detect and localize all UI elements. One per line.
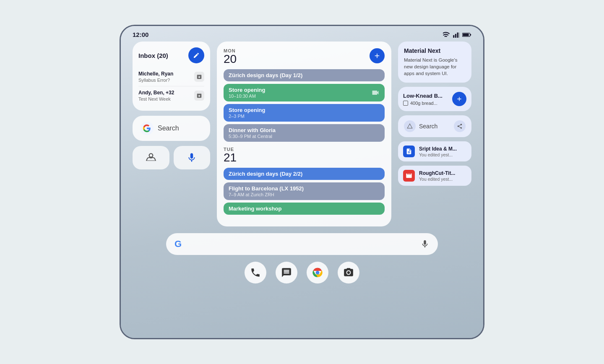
messages-icon <box>281 267 292 278</box>
cal-event-time-store-1: 10–10:30 AM <box>229 94 265 99</box>
doc-item-0[interactable]: Sript Idea & M... You edited yest... <box>398 141 471 161</box>
search-icon-right <box>404 120 416 132</box>
cal-tue-header: TUE 21 <box>224 147 385 164</box>
svg-rect-1 <box>455 34 456 37</box>
cal-mon-header: MON 20 <box>224 48 385 65</box>
dock-phone-button[interactable] <box>245 262 266 283</box>
search-widget-left[interactable]: Search <box>133 116 210 141</box>
mic-button[interactable] <box>174 146 211 169</box>
svg-rect-0 <box>453 35 454 37</box>
cal-event-zurich-1[interactable]: Zürich design days (Day 1/2) <box>224 69 385 81</box>
battery-icon <box>462 32 471 38</box>
device-frame: 12:00 <box>120 25 484 339</box>
mic-bottom-icon[interactable] <box>420 239 430 249</box>
cal-event-time-flight: 7–9 AM at Zurich ZRH <box>229 192 380 197</box>
svg-rect-2 <box>457 32 458 37</box>
cal-mon-num: 20 <box>224 53 237 65</box>
bottom-search-bar[interactable]: G <box>166 233 438 255</box>
status-bar: 12:00 <box>121 26 483 42</box>
email-archive-1[interactable] <box>194 91 204 101</box>
google-logo-left <box>140 122 154 135</box>
cal-event-flight[interactable]: Flight to Barcelona (LX 1952) 7–9 AM at … <box>224 182 385 200</box>
email-subject-0: Syllabus Error? <box>138 78 173 83</box>
email-header: Inbox (20) <box>138 47 204 63</box>
doc-sub-0: You edited yest... <box>419 152 457 157</box>
chrome-icon <box>312 267 323 278</box>
doc-name-1: RoughCut-Tit... <box>419 170 455 176</box>
email-widget: Inbox (20) Michelle, Ryan Syllabus Error… <box>133 42 210 111</box>
plus-icon-lowknead <box>456 96 463 102</box>
email-archive-0[interactable] <box>194 72 204 82</box>
lowknead-item-text: 400g bread... <box>410 101 437 106</box>
calendar-tue: TUE 21 Zürich design days (Day 2/2) Flig… <box>224 147 385 215</box>
dock-camera-button[interactable] <box>338 262 359 283</box>
cal-event-store-1[interactable]: Store opening 10–10:30 AM <box>224 84 385 101</box>
cal-event-title-store-2: Store opening <box>229 107 380 113</box>
mic-icon <box>186 152 197 163</box>
edit-icon <box>193 52 200 59</box>
cal-event-zurich-2[interactable]: Zürich design days (Day 2/2) <box>224 168 385 180</box>
incognito-button[interactable] <box>133 146 169 169</box>
email-subject-1: Test Next Week <box>138 96 174 101</box>
google-g-bottom: G <box>174 239 182 250</box>
cal-event-time-store-2: 2–3 PM <box>229 114 380 119</box>
lowknead-add-button[interactable] <box>452 92 466 106</box>
assistant-row <box>133 146 210 169</box>
lowknead-item: 400g bread... <box>403 101 452 106</box>
svg-rect-6 <box>463 34 469 36</box>
compose-button[interactable] <box>188 47 204 63</box>
right-column: Material Next Material Next is Google's … <box>398 42 471 226</box>
main-content: Inbox (20) Michelle, Ryan Syllabus Error… <box>121 42 483 338</box>
share-button[interactable] <box>454 120 466 132</box>
doc-icon-1 <box>403 170 415 182</box>
svg-rect-3 <box>458 32 460 37</box>
calendar-mon: MON 20 Zürich design days (Day 1/2) Stor… <box>224 48 385 142</box>
google-g-icon <box>143 124 151 133</box>
phone-icon <box>250 267 261 278</box>
archive-icon-2 <box>196 93 202 99</box>
widgets-row: Inbox (20) Michelle, Ryan Syllabus Error… <box>133 42 471 226</box>
material-desc: Material Next is Google's new design lan… <box>404 57 466 77</box>
dock-chrome-button[interactable] <box>307 262 328 283</box>
cal-event-title-marketing: Marketing workshop <box>229 205 380 212</box>
search-label-left: Search <box>158 125 179 132</box>
dock <box>133 262 471 283</box>
email-item-1[interactable]: Andy, Ben, +32 Test Next Week <box>138 86 204 105</box>
email-item-0[interactable]: Michelle, Ryan Syllabus Error? <box>138 68 204 86</box>
svg-rect-5 <box>470 34 471 35</box>
cal-event-marketing[interactable]: Marketing workshop <box>224 203 385 215</box>
cal-tue-num: 21 <box>224 152 237 164</box>
status-time: 12:00 <box>133 31 148 38</box>
lowknead-title: Low-Knead B... <box>403 93 452 99</box>
signal-icon <box>453 32 460 38</box>
material-next-widget: Material Next Material Next is Google's … <box>398 42 471 83</box>
doc-item-1[interactable]: RoughCut-Tit... You edited yest... <box>398 166 471 186</box>
cal-event-title-zurich-1: Zürich design days (Day 1/2) <box>229 72 380 78</box>
cal-event-title-flight: Flight to Barcelona (LX 1952) <box>229 185 380 192</box>
plus-icon <box>373 52 381 60</box>
cal-event-title-store-1: Store opening <box>229 87 265 93</box>
doc-blue-icon <box>406 148 412 155</box>
cal-event-dinner[interactable]: Dinner with Gloria 5:30–9 PM at Central <box>224 124 385 142</box>
incognito-icon <box>146 152 156 163</box>
camera-icon <box>343 267 354 278</box>
cal-event-title-dinner: Dinner with Gloria <box>229 127 380 133</box>
email-sender-1: Andy, Ben, +32 <box>138 90 174 96</box>
cal-event-store-2[interactable]: Store opening 2–3 PM <box>224 104 385 122</box>
triangle-icon <box>406 123 413 130</box>
doc-red-icon <box>406 172 412 179</box>
cal-event-time-dinner: 5:30–9 PM at Central <box>229 134 380 139</box>
cal-event-title-zurich-2: Zürich design days (Day 2/2) <box>229 171 380 177</box>
dock-messages-button[interactable] <box>276 262 297 283</box>
email-sender-0: Michelle, Ryan <box>138 71 173 77</box>
doc-sub-1: You edited yest... <box>419 177 455 182</box>
checkbox-icon <box>403 101 408 106</box>
svg-point-7 <box>316 271 320 275</box>
left-column: Inbox (20) Michelle, Ryan Syllabus Error… <box>133 42 210 226</box>
search-widget-right[interactable]: Search <box>398 115 471 137</box>
share-icon <box>457 123 463 129</box>
video-icon <box>371 88 380 97</box>
cal-add-mon-button[interactable] <box>370 48 385 63</box>
inbox-label: Inbox (20) <box>138 52 168 59</box>
archive-icon <box>196 74 202 80</box>
